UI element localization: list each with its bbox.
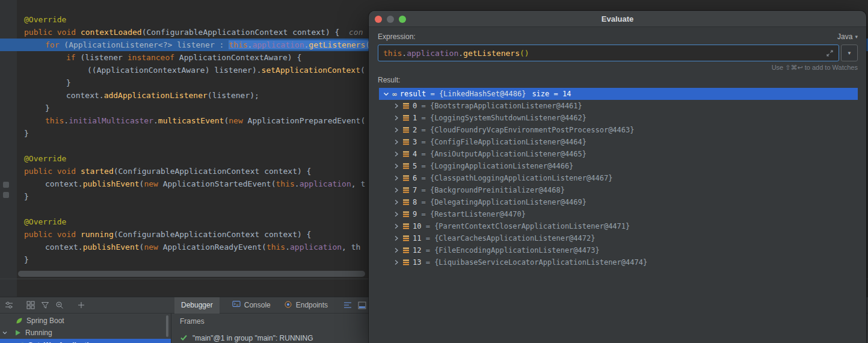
chevron-right-icon[interactable]	[393, 175, 400, 182]
equals-sign: =	[421, 222, 434, 230]
result-name: result	[400, 90, 426, 98]
value-icon	[402, 223, 410, 230]
value-icon	[402, 138, 410, 146]
tab-debugger-label: Debugger	[181, 301, 213, 309]
tree-item-13[interactable]: 13 = {LiquibaseServiceLocatorApplication…	[379, 256, 858, 268]
equals-sign: =	[417, 138, 430, 146]
result-row[interactable]: ∞ result = {LinkedHashSet@4486} size = 1…	[379, 88, 858, 100]
tab-debugger[interactable]: Debugger	[174, 297, 220, 314]
filter-icon[interactable]	[38, 298, 52, 312]
tree-item-11[interactable]: 11 = {ClearCachesApplicationListener@447…	[379, 232, 858, 244]
tree-item-1[interactable]: 1 = {LoggingSystemShutdownListener@4462}	[379, 112, 858, 124]
tree-item-12[interactable]: 12 = {FileEncodingApplicationListener@44…	[379, 244, 858, 256]
tree-item-9[interactable]: 9 = {RestartListener@4470}	[379, 208, 858, 220]
tree-item-6[interactable]: 6 = {ClasspathLoggingApplicationListener…	[379, 172, 858, 184]
expand-editor-icon[interactable]	[826, 49, 834, 57]
gutter-mark-icon[interactable]	[3, 182, 9, 188]
editor-gutter	[0, 0, 17, 297]
equals-sign: =	[417, 114, 430, 122]
add-watch-icon[interactable]	[74, 298, 88, 312]
tree-item-0[interactable]: 0 = {BootstrapApplicationListener@4461}	[379, 100, 858, 112]
tree-item-3[interactable]: 3 = {ConfigFileApplicationListener@4464}	[379, 136, 858, 148]
layout-panel-icon[interactable]	[355, 298, 369, 312]
item-index: 0	[413, 102, 417, 110]
expression-history-dropdown[interactable]: ▼	[841, 45, 858, 61]
chevron-down-icon[interactable]	[1, 329, 8, 336]
chevron-down-icon: ▾	[855, 34, 858, 40]
item-index: 9	[413, 210, 417, 218]
tab-endpoints[interactable]: Endpoints	[277, 297, 334, 314]
value-icon	[402, 162, 410, 170]
tree-node-application[interactable]: GateWayApplication	[0, 339, 171, 343]
equals-sign: =	[421, 258, 434, 267]
result-tree: ∞ result = {LinkedHashSet@4486} size = 1…	[379, 88, 858, 268]
value-icon	[402, 102, 410, 110]
expression-input[interactable]: this.application.getListeners()	[378, 45, 839, 61]
chevron-right-icon[interactable]	[393, 235, 400, 242]
item-index: 7	[413, 186, 417, 194]
item-value: {RestartListener@4470}	[430, 210, 526, 218]
dialog-title: Evaluate	[602, 14, 633, 23]
item-index: 13	[413, 258, 421, 267]
result-tree-items: 0 = {BootstrapApplicationListener@4461}1…	[379, 100, 858, 268]
chevron-right-icon[interactable]	[393, 114, 400, 122]
equals-sign: =	[426, 90, 439, 98]
item-value: {LoggingSystemShutdownListener@4462}	[430, 114, 586, 122]
equals-sign: =	[417, 186, 430, 194]
search-icon[interactable]	[52, 298, 67, 312]
tree-vertical-scrollbar[interactable]	[166, 315, 168, 337]
value-icon	[402, 199, 410, 206]
spring-boot-icon	[16, 317, 23, 324]
zoom-button[interactable]	[399, 16, 406, 23]
equals-sign: =	[417, 210, 430, 218]
chevron-right-icon[interactable]	[393, 150, 400, 158]
chevron-down-icon[interactable]	[383, 90, 390, 97]
tab-console[interactable]: Console	[226, 297, 277, 314]
chevron-right-icon[interactable]	[393, 126, 400, 134]
chevron-right-icon[interactable]	[393, 102, 400, 110]
chevron-right-icon[interactable]	[393, 223, 400, 230]
value-icon	[402, 187, 410, 194]
tree-node-label: Spring Boot	[26, 317, 64, 325]
chevron-right-icon[interactable]	[393, 247, 400, 254]
item-index: 12	[413, 246, 421, 255]
chevron-right-icon[interactable]	[393, 199, 400, 206]
editor-horizontal-scrollbar[interactable]	[18, 271, 365, 277]
tree-item-10[interactable]: 10 = {ParentContextCloserApplicationList…	[379, 220, 858, 232]
chevron-down-icon: ▼	[847, 51, 852, 56]
item-index: 11	[413, 234, 421, 243]
item-index: 3	[413, 138, 417, 146]
result-value: {LinkedHashSet@4486}	[439, 90, 526, 98]
close-button[interactable]	[375, 16, 382, 23]
item-value: {LiquibaseServiceLocatorApplicationListe…	[434, 258, 647, 267]
item-value: {FileEncodingApplicationListener@4473}	[434, 246, 600, 255]
watches-hint: Use ⇧⌘↩ to add to Watches	[378, 64, 858, 72]
traffic-lights	[375, 16, 406, 23]
view-options-icon[interactable]	[340, 298, 355, 312]
chevron-right-icon[interactable]	[393, 162, 400, 170]
language-selector[interactable]: Java ▾	[837, 32, 858, 41]
tree-item-4[interactable]: 4 = {AnsiOutputApplicationListener@4465}	[379, 148, 858, 160]
tree-item-2[interactable]: 2 = {CloudFoundryVcapEnvironmentPostProc…	[379, 124, 858, 136]
toolbar-left-icons	[0, 298, 174, 312]
value-icon	[402, 126, 410, 134]
item-value: {CloudFoundryVcapEnvironmentPostProcesso…	[430, 126, 635, 134]
console-icon	[232, 300, 241, 310]
restore-layout-icon[interactable]	[23, 298, 38, 312]
chevron-right-icon[interactable]	[393, 187, 400, 194]
tree-node-running[interactable]: Running	[0, 327, 171, 339]
tree-item-7[interactable]: 7 = {BackgroundPreinitializer@4468}	[379, 184, 858, 196]
chevron-right-icon[interactable]	[393, 138, 400, 146]
layout-settings-icon[interactable]	[2, 298, 16, 312]
item-index: 8	[413, 198, 417, 206]
minimize-button[interactable]	[387, 16, 394, 23]
chevron-right-icon[interactable]	[393, 211, 400, 218]
endpoints-icon	[284, 300, 292, 311]
tree-item-5[interactable]: 5 = {LoggingApplicationListener@4466}	[379, 160, 858, 172]
item-value: {ClasspathLoggingApplicationListener@446…	[430, 174, 612, 182]
chevron-right-icon[interactable]	[393, 259, 400, 266]
dialog-titlebar[interactable]: Evaluate	[369, 11, 866, 27]
tree-item-8[interactable]: 8 = {DelegatingApplicationListener@4469}	[379, 196, 858, 208]
tree-node-spring-boot[interactable]: Spring Boot	[0, 315, 171, 327]
gutter-mark-icon[interactable]	[3, 192, 9, 198]
